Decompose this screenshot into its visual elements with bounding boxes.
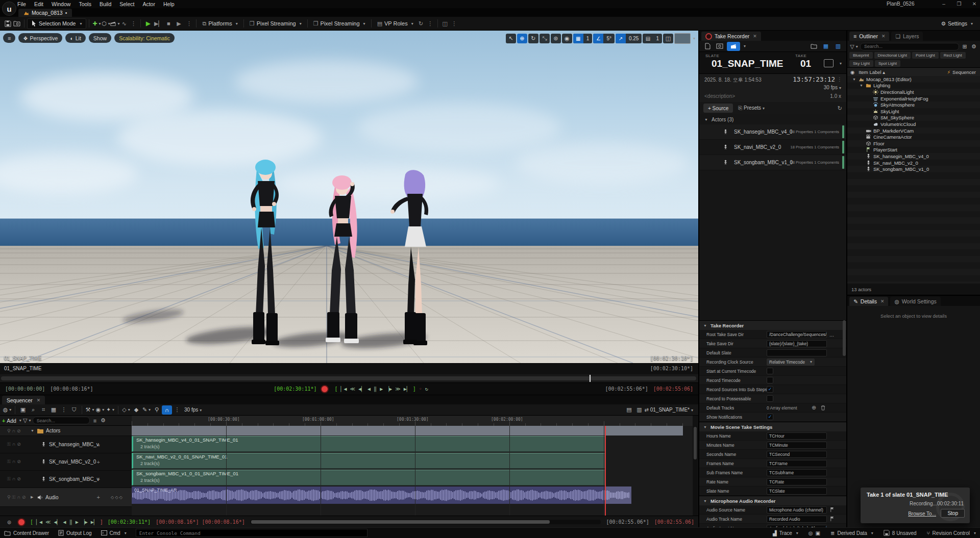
setting-row-minutes-name[interactable]: Minutes NameTCMinute (699, 441, 846, 450)
actions-icon[interactable]: ⛉ (69, 405, 79, 415)
unreal-logo[interactable]: u (2, 2, 16, 16)
text-value[interactable]: TCRate (767, 478, 827, 485)
world-space-icon[interactable]: ⊛ (551, 34, 561, 43)
presets-dropdown[interactable]: ⎘ Presets▾ (738, 105, 765, 111)
setting-row-hours-name[interactable]: Hours NameTCHour (699, 431, 846, 441)
play-icon[interactable]: ▶ (143, 19, 153, 28)
setting-row-record-to-possessable[interactable]: Record to Possessable (699, 394, 846, 403)
outliner-item-mocap-0813-editor-[interactable]: ▼Mocap_0813 (Editor) (847, 76, 980, 83)
jump-forward-button[interactable]: ≫ (395, 386, 400, 392)
add-section-icon[interactable]: + (97, 476, 100, 482)
level-viewport[interactable]: ≡ ❖Perspective ◐Lit Show Scalability: Ci… (0, 31, 698, 363)
track-toggle-icons[interactable]: ⚲∩⊘ (7, 428, 31, 433)
view-options-icon[interactable]: ◉▾ (95, 405, 105, 415)
go-to-start-button[interactable]: ▏◀ (341, 386, 347, 392)
track-toggle-icons[interactable]: ⚿∩⊘ (7, 459, 31, 465)
actors-folder-row[interactable]: ⚲∩⊘ ▼ Actors (0, 426, 132, 436)
add-element-icon[interactable]: ⊕ (812, 404, 816, 411)
outliner-item-skyatmosphere[interactable]: SkyAtmosphere (847, 101, 980, 108)
text-value[interactable]: TCMinute (767, 442, 827, 449)
settings-scrollbar[interactable] (843, 320, 846, 356)
outliner-search-input[interactable] (860, 43, 959, 50)
record-button[interactable] (321, 385, 329, 393)
filter-chip-sky-light[interactable]: Sky Light (849, 60, 873, 67)
move-tool-icon[interactable]: ⊕ (517, 34, 527, 43)
snap-options-icon[interactable]: ⋮ (172, 405, 182, 415)
scalability-warning[interactable]: Scalability: Cinematic (114, 33, 175, 43)
close-icon[interactable]: ✕ (880, 299, 885, 304)
settings-gear-icon[interactable]: ⚙ (100, 416, 106, 425)
revision-control-dropdown[interactable]: ⑂ Revision Control▾ (927, 530, 976, 536)
derived-data-dropdown[interactable]: ≣ Derived Data▾ (830, 530, 873, 536)
menu-file[interactable]: File (17, 1, 26, 7)
outliner-item-sk-navi-mbc-v2-0[interactable]: SK_navi_MBC_v2_0 (847, 160, 980, 166)
play-reverse-button[interactable]: ◀ (368, 386, 371, 392)
output-log-button[interactable]: Output Log (58, 530, 91, 536)
new-take-icon[interactable] (702, 42, 713, 51)
curve-editor-icon[interactable]: ▤ (624, 405, 634, 415)
menu-build[interactable]: Build (100, 1, 111, 7)
flag-icon[interactable] (829, 516, 835, 522)
take-description[interactable]: <description> (704, 93, 735, 99)
outliner-item-lighting[interactable]: ▼Lighting (847, 83, 980, 89)
pin-icon[interactable]: ⚲ (152, 405, 162, 415)
add-track-button[interactable]: +Add▾ (2, 418, 21, 424)
actors-header[interactable]: ▼ Actors (3) (699, 115, 846, 123)
take-recorder-tab[interactable]: Take Recorder ✕ (701, 32, 761, 41)
unsaved-button[interactable]: 8 Unsaved (884, 530, 917, 536)
audio-track-row[interactable]: ⚲⚿∩⊘ ▶ Audio + ◇ ◇ ◇ (0, 488, 132, 507)
outliner-item-skylight[interactable]: SkyLight (847, 108, 980, 115)
setting-row-recording-clock-source[interactable]: Recording Clock SourceRelative Timecode▾ (699, 357, 846, 367)
save-sequence-icon[interactable]: ▣ (18, 405, 28, 415)
close-button[interactable]: ✕ (969, 1, 980, 8)
go-to-end-button[interactable]: ▶▏ (404, 386, 410, 392)
add-source-button[interactable]: + Source (703, 104, 733, 113)
outliner-item-sk-songbam-mbc-v1-0[interactable]: SK_songbam_MBC_v1_0 (847, 166, 980, 172)
grid-snap-control[interactable]: ▦1 (573, 34, 593, 43)
close-icon[interactable]: ✕ (881, 34, 886, 39)
pixel-streaming-dropdown-1[interactable]: ❒ Pixel Streaming▾ (247, 20, 305, 27)
keyframe-options-icon[interactable]: ◇▾ (121, 405, 131, 415)
pixel-streaming-dropdown-2[interactable]: ❒ Pixel Streaming▾ (310, 20, 369, 27)
scale-tool-icon[interactable]: ⤡ (540, 34, 550, 43)
setting-row-default-tracks[interactable]: Default Tracks0 Array element⊕ (699, 403, 846, 413)
outliner-item-bp-markdervcam[interactable]: BP_MarkderVCam (847, 127, 980, 134)
visibility-column-icon[interactable]: ◉ (850, 69, 854, 75)
jump-back-button[interactable]: ≪ (350, 386, 355, 392)
browse-takes-folder-icon[interactable] (808, 42, 819, 51)
setting-row-show-notifications[interactable]: Show Notifications✓ (699, 413, 846, 422)
animation-clip[interactable]: SK_hansegin_MBC_v4_0_01_SNAP_TIME_012 tr… (132, 436, 605, 452)
link-icon[interactable]: ◎ (4, 518, 14, 527)
fps-dropdown[interactable]: 30 fps▾ (184, 407, 202, 413)
menu-help[interactable]: Help (163, 1, 175, 7)
frame-forward-button[interactable]: ▕▶ (82, 519, 88, 525)
playhead-line[interactable] (605, 426, 606, 516)
take-value[interactable]: 01 (800, 58, 811, 69)
actor-source-row[interactable]: SK_hansegin_MBC_v4_018 Properties 1 Comp… (699, 124, 846, 140)
play-reverse-button[interactable]: ◀ (63, 519, 66, 525)
camera-cut-dropdown[interactable]: ⇄ 01_SNAP_TIME*▾ (645, 407, 693, 413)
sequencer-horizontal-scrollbar[interactable] (250, 520, 601, 524)
expand-caret-icon[interactable]: ▼ (31, 429, 35, 432)
filter-chip-blueprint[interactable]: Blueprint (849, 52, 873, 59)
pause-button[interactable]: ‖ (374, 386, 377, 392)
text-value[interactable]: /DanceChallenge/Sequences/2025/08/ (767, 331, 827, 338)
close-icon[interactable]: ✕ (753, 34, 757, 39)
sequencer-tab[interactable]: Sequencer ✕ (2, 396, 45, 404)
perspective-dropdown[interactable]: ❖Perspective (18, 33, 62, 43)
details-view-icon[interactable]: ▥ (634, 405, 645, 415)
slate-mode-caret-icon[interactable]: ▾ (744, 44, 746, 48)
dropdown-value[interactable]: Relative Timecode▾ (767, 358, 815, 366)
insights-icons[interactable]: ◎ ▣ (808, 530, 820, 536)
cinematics-icon[interactable]: ▾ (110, 19, 119, 28)
go-to-start-button[interactable]: ▏◀ (36, 519, 42, 525)
overflow-icon[interactable]: ⋮ (426, 19, 435, 28)
refresh-icon[interactable]: ↻ (416, 19, 426, 28)
vp-roles-dropdown[interactable]: ▤ VP Roles▾ (374, 20, 416, 27)
surface-snap-icon[interactable]: ◉ (562, 34, 572, 43)
browse-path-button[interactable]: ... (829, 331, 834, 338)
menu-edit[interactable]: Edit (34, 1, 43, 7)
frame-skip-icon[interactable]: ▶▏ (154, 19, 163, 28)
timeline-range-strip[interactable] (0, 374, 698, 382)
add-section-icon[interactable]: + (97, 442, 100, 448)
